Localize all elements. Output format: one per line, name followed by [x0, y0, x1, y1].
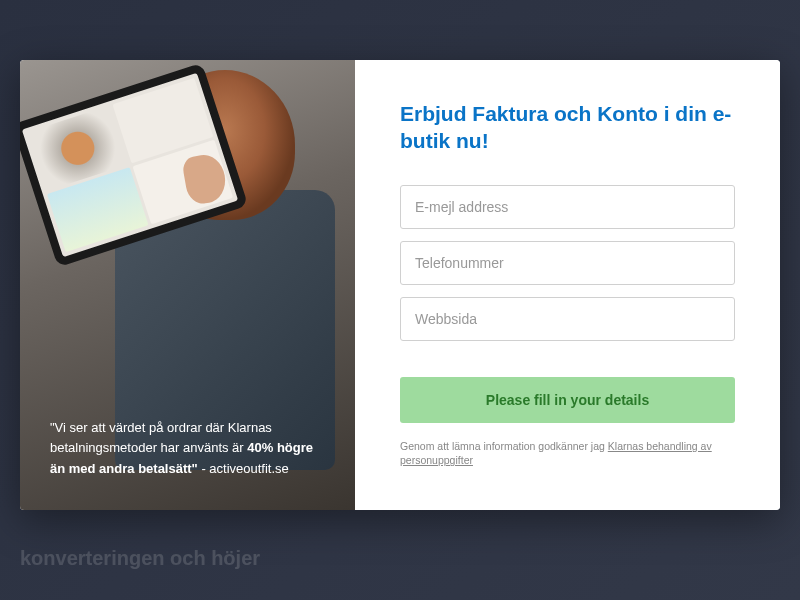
testimonial-attribution: - activeoutfit.se — [198, 461, 289, 476]
email-field[interactable] — [400, 185, 735, 229]
phone-field[interactable] — [400, 241, 735, 285]
testimonial-quote: "Vi ser att värdet på ordrar där Klarnas… — [50, 418, 325, 480]
testimonial-pre: "Vi ser att värdet på ordrar där Klarnas… — [50, 420, 272, 456]
consent-prefix: Genom att lämna information godkänner ja… — [400, 440, 608, 452]
modal-image-panel: "Vi ser att värdet på ordrar där Klarnas… — [20, 60, 355, 510]
website-field[interactable] — [400, 297, 735, 341]
form-title: Erbjud Faktura och Konto i din e-butik n… — [400, 100, 735, 155]
consent-text: Genom att lämna information godkänner ja… — [400, 439, 735, 468]
submit-button[interactable]: Please fill in your details — [400, 377, 735, 423]
signup-modal: "Vi ser att värdet på ordrar där Klarnas… — [20, 60, 780, 510]
modal-form-panel: Erbjud Faktura och Konto i din e-butik n… — [355, 60, 780, 510]
backdrop-heading-fragment: konverteringen och höjer — [20, 547, 260, 570]
